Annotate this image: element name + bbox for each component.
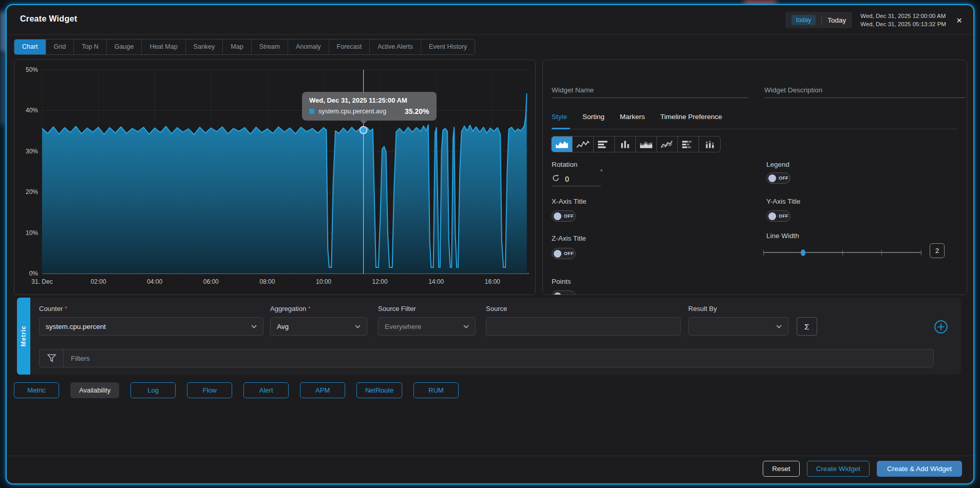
datasource-tab-metric[interactable]: Metric (14, 382, 59, 398)
time-range-values: Wed, Dec 31, 2025 12:00:00 AM Wed, Dec 3… (860, 13, 946, 28)
widget-type-tab-chart[interactable]: Chart (14, 40, 46, 54)
legend-toggle[interactable]: OFF (766, 172, 790, 184)
legend-label: Legend (766, 161, 789, 168)
widget-type-tab-grid[interactable]: Grid (46, 40, 74, 54)
widget-type-tab-top-n[interactable]: Top N (74, 40, 107, 54)
widget-type-tab-active-alerts[interactable]: Active Alerts (370, 40, 421, 54)
points-toggle[interactable]: OFF (552, 290, 576, 295)
rotation-value: 0 (565, 175, 569, 183)
settings-tab-style[interactable]: Style (552, 113, 567, 121)
datasource-tab-rum[interactable]: RUM (413, 382, 459, 398)
dialog-header: Create Widget today Today Wed, Dec 31, 2… (7, 5, 973, 35)
chevron-down-icon (776, 325, 782, 328)
datasource-tab-availability[interactable]: Availability (70, 382, 119, 398)
y-axis-title-toggle[interactable]: OFF (766, 210, 790, 222)
toggle-knob (768, 212, 776, 220)
widget-type-tab-gauge[interactable]: Gauge (107, 40, 142, 54)
x-axis-title-toggle[interactable]: OFF (552, 210, 576, 222)
add-metric-icon[interactable] (933, 319, 949, 335)
time-range-divider (821, 16, 822, 25)
line-width-slider[interactable] (763, 248, 921, 257)
svg-text:50%: 50% (26, 66, 38, 73)
settings-tabs: StyleSortingMarkersTimeline Preference (552, 113, 722, 121)
rotation-label: Rotation (552, 161, 577, 168)
aggregation-label: Aggregation (270, 305, 367, 313)
widget-type-tab-forecast[interactable]: Forecast (329, 40, 370, 54)
settings-tab-markers[interactable]: Markers (620, 113, 645, 121)
time-preset-label[interactable]: Today (827, 16, 846, 24)
z-axis-title-toggle[interactable]: OFF (552, 248, 576, 259)
toggle-knob (554, 292, 561, 296)
stacked-horizontal-bar-icon[interactable] (678, 136, 699, 152)
create-widget-button[interactable]: Create Widget (807, 461, 870, 477)
header-right: today Today Wed, Dec 31, 2025 12:00:00 A… (785, 5, 964, 35)
multi-line-icon[interactable] (657, 136, 678, 152)
create-add-widget-button[interactable]: Create & Add Widget (877, 461, 962, 477)
filters-input[interactable] (64, 349, 933, 367)
settings-tab-timeline-preference[interactable]: Timeline Preference (661, 113, 722, 121)
source-filter-select[interactable]: Everywhere (378, 317, 476, 336)
z-axis-title-label: Z-Axis Title (552, 235, 586, 242)
source-filter-value: Everywhere (385, 323, 421, 330)
time-preset-badge[interactable]: today (791, 15, 816, 25)
toggle-state: OFF (564, 251, 574, 256)
result-by-label: Result By (688, 305, 788, 313)
tooltip-value: 35.20% (405, 107, 429, 115)
aggregation-value: Avg (277, 323, 289, 330)
widget-name-input[interactable] (552, 83, 748, 98)
tooltip-series-name: system.cpu.percent.avg (318, 108, 386, 115)
settings-tab-sorting[interactable]: Sorting (582, 113, 605, 121)
points-label: Points (552, 278, 571, 285)
source-field (486, 317, 681, 336)
widget-description-input[interactable] (764, 83, 965, 98)
svg-text:0%: 0% (29, 270, 39, 277)
svg-text:12:00: 12:00 (372, 278, 388, 285)
svg-text:31. Dec: 31. Dec (31, 278, 52, 285)
svg-text:04:00: 04:00 (147, 278, 162, 285)
slider-tick (881, 250, 882, 256)
area-chart-icon[interactable] (552, 136, 573, 152)
widget-type-tab-event-history[interactable]: Event History (421, 40, 475, 54)
filters-bar[interactable] (39, 349, 934, 367)
aggregate-function-button[interactable]: Σ (797, 317, 817, 336)
stacked-area-icon[interactable] (636, 136, 657, 152)
widget-type-tab-stream[interactable]: Stream (252, 40, 288, 54)
aggregation-select[interactable]: Avg (270, 317, 367, 336)
close-icon[interactable]: × (954, 14, 964, 26)
slider-tick (842, 250, 843, 256)
widget-type-tab-map[interactable]: Map (223, 40, 251, 54)
x-axis-title-label: X-Axis Title (552, 198, 587, 205)
toggle-state: OFF (779, 175, 788, 181)
settings-tabs-active-indicator (552, 128, 570, 129)
widget-settings-panel: StyleSortingMarkersTimeline Preference R… (542, 60, 967, 295)
tooltip-timestamp: Wed, Dec 31, 2025 11:25:00 AM (309, 96, 429, 104)
widget-type-tab-sankey[interactable]: Sankey (186, 40, 223, 54)
metric-builder-section: Metric Counter system.cpu.percent Aggreg… (17, 298, 961, 375)
datasource-tab-apm[interactable]: APM (300, 382, 345, 398)
result-by-select[interactable] (688, 317, 788, 336)
cpu-area-chart[interactable]: 0%10%20%30%40%50%31. Dec02:0004:0006:000… (14, 60, 535, 295)
y-axis-title-label: Y-Axis Title (766, 198, 800, 205)
line-chart-icon[interactable] (573, 136, 594, 152)
reset-button[interactable]: Reset (763, 461, 799, 477)
widget-type-tab-heat-map[interactable]: Heat Map (142, 40, 185, 54)
widget-type-tab-anomaly[interactable]: Anomaly (288, 40, 329, 54)
source-input[interactable] (493, 323, 674, 330)
horizontal-bar-icon[interactable] (594, 136, 615, 152)
datasource-tab-alert[interactable]: Alert (243, 382, 289, 398)
chevron-down-icon (251, 325, 257, 328)
counter-label: Counter (39, 305, 263, 313)
svg-text:30%: 30% (26, 148, 38, 155)
datasource-tab-netroute[interactable]: NetRoute (356, 382, 402, 398)
svg-text:06:00: 06:00 (203, 278, 219, 285)
datasource-tab-log[interactable]: Log (130, 382, 176, 398)
stacked-vertical-bar-icon[interactable] (699, 136, 720, 152)
datasource-tab-flow[interactable]: Flow (187, 382, 232, 398)
chart-tooltip: Wed, Dec 31, 2025 11:25:00 AM system.cpu… (302, 92, 437, 121)
rotation-input[interactable]: 0 (552, 172, 601, 186)
vertical-bar-icon[interactable] (615, 136, 636, 152)
background-blue-glow-2 (0, 53, 5, 125)
counter-select[interactable]: system.cpu.percent (39, 317, 263, 336)
time-range-selector[interactable]: today Today (785, 12, 852, 28)
metric-side-tab[interactable]: Metric (17, 298, 30, 375)
